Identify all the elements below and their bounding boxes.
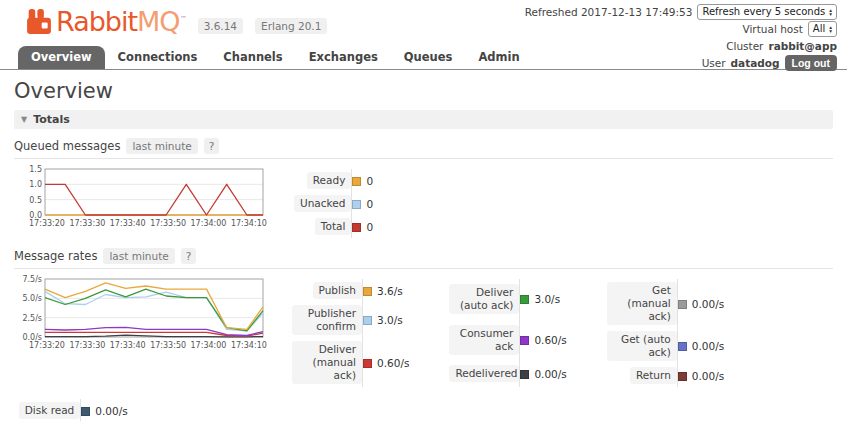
brand-name-primary: Rabbit [56,6,137,37]
erlang-version-badge: Erlang 20.1 [255,18,327,34]
legend-swatch [81,407,90,416]
cluster-row: Cluster rabbit@app [525,38,837,54]
legend-swatch [678,342,687,351]
legend-label-total: Total [315,218,352,235]
legend-swatch [352,177,361,186]
refreshed-row: Refreshed 2017-12-13 17:49:53 Refresh ev… [525,4,837,20]
legend-value: 3.0/s [377,314,403,326]
cluster-label: Cluster [726,38,763,54]
legend-swatch [363,316,372,325]
user-name: datadog [731,55,780,71]
legend-value: 3.0/s [534,293,560,305]
page-title: Overview [14,79,833,103]
legend-row: Ready 0 [294,169,373,192]
svg-text:1.5: 1.5 [29,165,42,174]
svg-text:17:34:10: 17:34:10 [231,341,267,350]
user-label: User [702,55,726,71]
svg-text:17:34:00: 17:34:00 [191,341,227,350]
svg-text:7.5/s: 7.5/s [22,275,42,284]
totals-section-toggle[interactable]: ▼ Totals [14,110,833,129]
queued-help-icon[interactable]: ? [204,138,220,154]
legend-value: 0 [366,198,373,210]
legend-label-ready: Ready [307,172,352,189]
rates-help-icon[interactable]: ? [181,248,197,264]
svg-text:0.5: 0.5 [29,196,42,205]
tab-overview[interactable]: Overview [18,46,105,69]
queued-legend: Ready 0 Unacked 0 Total 0 [294,169,373,238]
legend-row: Consumer ack 0.60/s [449,320,566,361]
message-rates-heading: Message rates last minute ? [14,248,833,269]
legend-label-deliver-manual-ack: Deliver (manual ack) [292,341,362,384]
legend-value: 0.00/s [692,340,724,352]
svg-text:17:33:50: 17:33:50 [150,219,186,228]
svg-text:17:34:00: 17:34:00 [191,219,227,228]
legend-swatch [678,300,687,309]
legend-row: Disk read 0.00/s [16,399,128,421]
legend-swatch [520,370,529,379]
legend-value: 0.00/s [95,405,127,417]
svg-text:17:33:50: 17:33:50 [150,341,186,350]
logout-button[interactable]: Log out [785,55,837,71]
svg-text:17:33:30: 17:33:30 [69,341,105,350]
tab-channels[interactable]: Channels [210,46,295,69]
svg-text:17:33:40: 17:33:40 [110,219,146,228]
select-arrows-icon: ▴▾ [829,25,832,34]
legend-swatch [352,223,361,232]
legend-label-unacked: Unacked [294,195,351,212]
message-rates-title: Message rates [14,249,97,263]
message-rates-chart: 0.0/s2.5/s5.0/s7.5/s17:33:2017:33:3017:3… [14,275,270,355]
header-status-area: Refreshed 2017-12-13 17:49:53 Refresh ev… [525,4,837,72]
legend-row: Get (auto ack) 0.00/s [607,328,724,364]
collapse-arrow-icon: ▼ [21,115,27,124]
legend-label-consumer-ack: Consumer ack [449,325,519,355]
legend-label-publisher-confirm: Publisher confirm [292,305,362,335]
version-badge: 3.6.14 [198,18,243,34]
svg-text:2.5/s: 2.5/s [22,314,42,323]
legend-label-redelivered: Redelivered [449,365,519,382]
legend-value: 0.00/s [692,370,724,382]
select-arrows-icon: ▴▾ [829,8,832,17]
legend-row: Deliver (auto ack) 3.0/s [449,279,566,320]
legend-label-get-auto-ack: Get (auto ack) [607,331,677,361]
brand-name-secondary: MQ [137,6,180,37]
legend-value: 0.00/s [534,368,566,380]
queued-messages-title: Queued messages [14,139,120,153]
queued-range-badge[interactable]: last minute [126,138,197,154]
legend-swatch [352,200,361,209]
refresh-interval-select[interactable]: Refresh every 5 seconds ▴▾ [697,4,837,20]
tab-exchanges[interactable]: Exchanges [296,46,391,69]
rabbitmq-logo-icon [26,9,52,35]
disk-io-block: Disk read 0.00/s Disk write 0.00/s [16,399,833,421]
tab-queues[interactable]: Queues [391,46,466,69]
legend-swatch [678,372,687,381]
legend-value: 0.60/s [377,357,409,369]
svg-text:17:34:10: 17:34:10 [231,219,267,228]
svg-text:17:33:20: 17:33:20 [29,341,65,350]
tab-connections[interactable]: Connections [105,46,211,69]
rates-legend-col3: Get (manual ack) 0.00/s Get (auto ack) 0… [607,279,724,387]
legend-row: Publish 3.6/s [292,279,409,302]
legend-row: Return 0.00/s [607,364,724,387]
legend-value: 0 [366,221,373,233]
queued-messages-chart: 0.00.51.01.517:33:2017:33:3017:33:4017:3… [14,165,270,233]
rates-range-badge[interactable]: last minute [103,248,174,264]
legend-row: Deliver (manual ack) 0.60/s [292,338,409,387]
header: RabbitMQ™ 3.6.14 Erlang 20.1 Refreshed 2… [0,0,847,48]
legend-label-get-manual-ack: Get (manual ack) [607,282,677,325]
totals-label: Totals [33,113,70,126]
legend-value: 0.00/s [692,298,724,310]
cluster-name: rabbit@app [768,38,837,54]
legend-label-publish: Publish [313,282,362,299]
legend-value: 0.60/s [534,334,566,346]
legend-row: Redelivered 0.00/s [449,361,566,387]
refreshed-label: Refreshed 2017-12-13 17:49:53 [525,4,693,20]
svg-text:1.0: 1.0 [29,180,42,189]
vhost-select[interactable]: All ▴▾ [808,21,837,37]
legend-row: Publisher confirm 3.0/s [292,302,409,338]
queued-messages-heading: Queued messages last minute ? [14,138,833,159]
tab-admin[interactable]: Admin [465,46,532,69]
queued-messages-row: 0.00.51.01.517:33:2017:33:3017:33:4017:3… [14,165,833,238]
trademark-symbol: ™ [180,15,186,23]
svg-text:17:33:30: 17:33:30 [69,219,105,228]
legend-label-disk-read: Disk read [19,402,81,419]
